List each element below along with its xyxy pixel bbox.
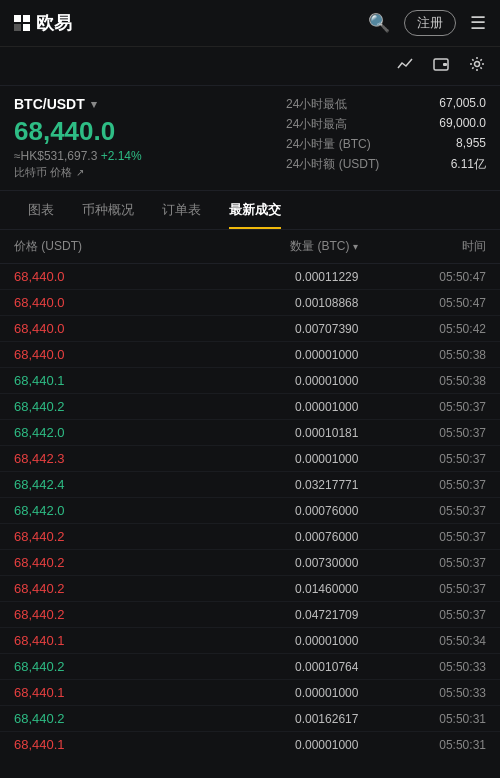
trade-qty: 0.00001000 — [167, 452, 358, 466]
trade-time: 05:50:37 — [358, 426, 486, 440]
stat-row-low: 24小时最低 67,005.0 — [286, 96, 486, 113]
trade-price: 68,440.0 — [14, 295, 167, 310]
trade-qty: 0.00162617 — [167, 712, 358, 726]
table-row: 68,442.3 0.00001000 05:50:37 — [0, 446, 500, 472]
pair-title: BTC/USDT ▾ — [14, 96, 286, 112]
stat-label-vol-btc: 24小时量 (BTC) — [286, 136, 371, 153]
ticker-stats: 24小时最低 67,005.0 24小时最高 69,000.0 24小时量 (B… — [286, 96, 486, 180]
header-qty: 数量 (BTC) ▾ — [167, 238, 358, 255]
trade-price: 68,440.2 — [14, 659, 167, 674]
trade-time: 05:50:47 — [358, 270, 486, 284]
table-row: 68,440.1 0.00001000 05:50:34 — [0, 628, 500, 654]
svg-point-2 — [475, 62, 480, 67]
trade-price: 68,440.2 — [14, 399, 167, 414]
stat-label-vol-usdt: 24小时额 (USDT) — [286, 156, 379, 173]
trade-price: 68,442.0 — [14, 503, 167, 518]
tab-chart[interactable]: 图表 — [14, 191, 68, 229]
table-row: 68,440.2 0.00076000 05:50:37 — [0, 524, 500, 550]
wallet-icon[interactable] — [432, 55, 450, 77]
trade-qty: 0.00108868 — [167, 296, 358, 310]
trade-price: 68,440.0 — [14, 347, 167, 362]
trade-price: 68,440.1 — [14, 633, 167, 648]
ticker-area: BTC/USDT ▾ 68,440.0 ≈HK$531,697.3 +2.14%… — [0, 86, 500, 191]
stat-row-vol-btc: 24小时量 (BTC) 8,955 — [286, 136, 486, 153]
stat-row-high: 24小时最高 69,000.0 — [286, 116, 486, 133]
settings-icon[interactable] — [468, 55, 486, 77]
table-row: 68,440.2 0.00730000 05:50:37 — [0, 550, 500, 576]
trade-price: 68,440.2 — [14, 529, 167, 544]
table-row: 68,442.0 0.00010181 05:50:37 — [0, 420, 500, 446]
sub-header — [0, 47, 500, 86]
tab-bar: 图表 币种概况 订单表 最新成交 — [0, 191, 500, 230]
trade-rows: 68,440.0 0.00011229 05:50:47 68,440.0 0.… — [0, 264, 500, 757]
trade-qty: 0.00010181 — [167, 426, 358, 440]
trade-time: 05:50:37 — [358, 452, 486, 466]
tab-market[interactable]: 币种概况 — [68, 191, 148, 229]
trade-price: 68,440.1 — [14, 685, 167, 700]
trade-time: 05:50:31 — [358, 712, 486, 726]
trade-qty: 0.00001000 — [167, 374, 358, 388]
trade-qty: 0.00001000 — [167, 400, 358, 414]
trade-qty: 0.00076000 — [167, 504, 358, 518]
table-row: 68,440.2 0.04721709 05:50:37 — [0, 602, 500, 628]
table-row: 68,440.1 0.00001000 05:50:31 — [0, 732, 500, 757]
trade-time: 05:50:37 — [358, 582, 486, 596]
hk-price: ≈HK$531,697.3 +2.14% — [14, 149, 286, 163]
trade-qty: 0.00001000 — [167, 738, 358, 752]
stat-label-high: 24小时最高 — [286, 116, 347, 133]
table-row: 68,440.2 0.01460000 05:50:37 — [0, 576, 500, 602]
ticker-left: BTC/USDT ▾ 68,440.0 ≈HK$531,697.3 +2.14%… — [14, 96, 286, 180]
table-row: 68,440.0 0.00108868 05:50:47 — [0, 290, 500, 316]
tab-orders[interactable]: 订单表 — [148, 191, 215, 229]
price-label: 比特币 价格 ↗ — [14, 165, 286, 180]
trade-qty: 0.00011229 — [167, 270, 358, 284]
trade-price: 68,440.2 — [14, 555, 167, 570]
main-price: 68,440.0 — [14, 116, 286, 147]
table-row: 68,440.1 0.00001000 05:50:33 — [0, 680, 500, 706]
trade-table: 价格 (USDT) 数量 (BTC) ▾ 时间 68,440.0 0.00011… — [0, 230, 500, 757]
trade-price: 68,440.2 — [14, 711, 167, 726]
stat-value-high: 69,000.0 — [439, 116, 486, 133]
trade-qty: 0.00076000 — [167, 530, 358, 544]
pair-label: BTC/USDT — [14, 96, 85, 112]
trade-time: 05:50:38 — [358, 374, 486, 388]
pair-dropdown-icon[interactable]: ▾ — [91, 98, 97, 111]
trade-qty: 0.00001000 — [167, 348, 358, 362]
trade-time: 05:50:31 — [358, 738, 486, 752]
table-row: 68,440.2 0.00010764 05:50:33 — [0, 654, 500, 680]
trade-time: 05:50:33 — [358, 686, 486, 700]
table-row: 68,440.0 0.00707390 05:50:42 — [0, 316, 500, 342]
trade-time: 05:50:38 — [358, 348, 486, 362]
table-row: 68,440.0 0.00001000 05:50:38 — [0, 342, 500, 368]
trade-price: 68,442.0 — [14, 425, 167, 440]
stat-row-vol-usdt: 24小时额 (USDT) 6.11亿 — [286, 156, 486, 173]
trade-qty: 0.00707390 — [167, 322, 358, 336]
menu-icon[interactable]: ☰ — [470, 12, 486, 34]
trade-time: 05:50:33 — [358, 660, 486, 674]
table-row: 68,440.2 0.00001000 05:50:37 — [0, 394, 500, 420]
external-link-icon[interactable]: ↗ — [76, 167, 84, 178]
trade-price: 68,440.0 — [14, 321, 167, 336]
trade-time: 05:50:37 — [358, 478, 486, 492]
search-icon[interactable]: 🔍 — [368, 12, 390, 34]
table-row: 68,442.4 0.03217771 05:50:37 — [0, 472, 500, 498]
logo-text: 欧易 — [36, 11, 72, 35]
trade-time: 05:50:42 — [358, 322, 486, 336]
trade-time: 05:50:37 — [358, 400, 486, 414]
header-time: 时间 — [358, 238, 486, 255]
tab-trades[interactable]: 最新成交 — [215, 191, 295, 229]
header-price: 价格 (USDT) — [14, 238, 167, 255]
stat-value-vol-btc: 8,955 — [456, 136, 486, 153]
trade-time: 05:50:37 — [358, 608, 486, 622]
register-button[interactable]: 注册 — [404, 10, 456, 36]
trade-qty: 0.00001000 — [167, 686, 358, 700]
trade-qty: 0.00730000 — [167, 556, 358, 570]
header-right: 🔍 注册 ☰ — [368, 10, 486, 36]
stat-value-vol-usdt: 6.11亿 — [451, 156, 486, 173]
trade-qty: 0.04721709 — [167, 608, 358, 622]
chart-icon[interactable] — [396, 55, 414, 77]
trade-qty: 0.01460000 — [167, 582, 358, 596]
trade-price: 68,440.2 — [14, 607, 167, 622]
table-row: 68,440.2 0.00162617 05:50:31 — [0, 706, 500, 732]
trade-price: 68,442.4 — [14, 477, 167, 492]
